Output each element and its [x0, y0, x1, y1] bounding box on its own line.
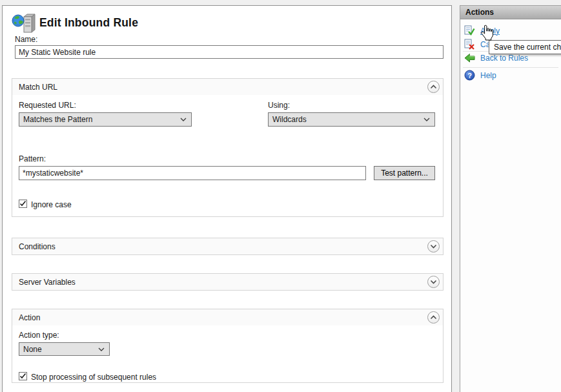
apply-tooltip: Save the current cha	[489, 40, 561, 54]
check-icon	[19, 373, 26, 380]
server-variables-section: Server Variables	[12, 273, 444, 291]
test-pattern-button[interactable]: Test pattern...	[374, 166, 435, 180]
back-to-rules-action[interactable]: Back to Rules	[464, 53, 528, 63]
using-value: Wildcards	[272, 115, 307, 124]
svg-text:?: ?	[467, 72, 472, 79]
expand-chevron-down-icon[interactable]	[427, 240, 440, 253]
action-type-label: Action type:	[19, 331, 59, 340]
server-variables-header[interactable]: Server Variables	[12, 274, 443, 290]
match-url-header[interactable]: Match URL	[12, 79, 443, 95]
collapse-chevron-up-icon[interactable]	[427, 311, 440, 324]
rule-name-input[interactable]	[15, 45, 444, 59]
help-action[interactable]: ? Help	[464, 70, 496, 81]
page-title: Edit Inbound Rule	[39, 16, 138, 30]
action-section: Action Action type: None Stop processing…	[12, 309, 444, 383]
match-url-title: Match URL	[19, 83, 57, 92]
conditions-section: Conditions	[12, 238, 444, 255]
pattern-input[interactable]	[19, 166, 366, 180]
requested-url-label: Requested URL:	[19, 101, 76, 110]
using-label: Using:	[268, 101, 290, 110]
chevron-down-icon	[180, 118, 187, 121]
actions-pane: Actions Apply Cancel Back to Rules	[460, 5, 561, 392]
ignore-case-checkbox[interactable]	[19, 200, 27, 208]
match-url-section: Match URL Requested URL: Matches the Pat…	[12, 78, 444, 217]
apply-link[interactable]: Apply	[480, 26, 500, 36]
cancel-icon	[464, 39, 475, 50]
check-icon	[19, 200, 26, 207]
action-header[interactable]: Action	[12, 309, 443, 325]
pattern-label: Pattern:	[19, 154, 46, 163]
name-label: Name:	[15, 35, 37, 44]
conditions-title: Conditions	[19, 242, 56, 251]
help-icon: ?	[464, 70, 475, 81]
actions-pane-title: Actions	[465, 8, 494, 17]
collapse-chevron-up-icon[interactable]	[427, 81, 440, 93]
stop-processing-checkbox[interactable]	[19, 372, 27, 380]
apply-icon	[464, 25, 475, 36]
ignore-case-label[interactable]: Ignore case	[31, 200, 72, 209]
back-arrow-icon	[464, 53, 475, 63]
requested-url-value: Matches the Pattern	[23, 115, 92, 124]
back-to-rules-link[interactable]: Back to Rules	[480, 54, 528, 63]
pane-divider	[463, 67, 558, 68]
help-link[interactable]: Help	[480, 71, 496, 80]
iis-url-rewrite-edit-inbound-rule: { "page": { "title": "Edit Inbound Rule"…	[0, 0, 561, 392]
action-type-select[interactable]: None	[19, 342, 110, 356]
edit-inbound-rule-panel: Edit Inbound Rule Name: Match URL Reques…	[2, 5, 452, 392]
expand-chevron-down-icon[interactable]	[427, 276, 440, 288]
using-select[interactable]: Wildcards	[268, 112, 435, 127]
requested-url-select[interactable]: Matches the Pattern	[19, 112, 192, 127]
action-title: Action	[19, 313, 40, 322]
stop-processing-label[interactable]: Stop processing of subsequent rules	[31, 373, 156, 382]
apply-action[interactable]: Apply	[464, 25, 500, 36]
server-variables-title: Server Variables	[19, 278, 76, 287]
actions-pane-header: Actions	[460, 6, 561, 19]
chevron-down-icon	[423, 118, 430, 121]
chevron-down-icon	[98, 347, 105, 351]
action-type-value: None	[23, 345, 42, 354]
conditions-header[interactable]: Conditions	[12, 238, 443, 254]
